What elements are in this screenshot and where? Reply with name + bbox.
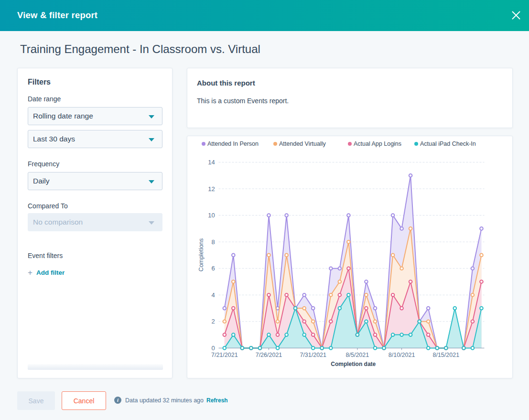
svg-text:12: 12 [208, 185, 215, 193]
svg-text:6: 6 [211, 265, 215, 272]
svg-text:4: 4 [211, 291, 215, 299]
svg-text:8/5/2021: 8/5/2021 [346, 352, 369, 358]
svg-text:8: 8 [211, 238, 215, 246]
svg-text:8/10/2021: 8/10/2021 [389, 352, 415, 358]
svg-text:7/21/2021: 7/21/2021 [211, 352, 238, 358]
svg-text:8/15/2021: 8/15/2021 [432, 352, 459, 358]
svg-text:0: 0 [211, 345, 215, 352]
svg-text:7/26/2021: 7/26/2021 [256, 352, 282, 358]
svg-text:10: 10 [208, 212, 215, 219]
svg-text:2: 2 [211, 318, 215, 325]
svg-text:14: 14 [208, 159, 215, 166]
svg-text:Completion date: Completion date [331, 361, 376, 367]
svg-text:7/31/2021: 7/31/2021 [300, 352, 326, 358]
svg-text:Completions: Completions [198, 238, 205, 271]
